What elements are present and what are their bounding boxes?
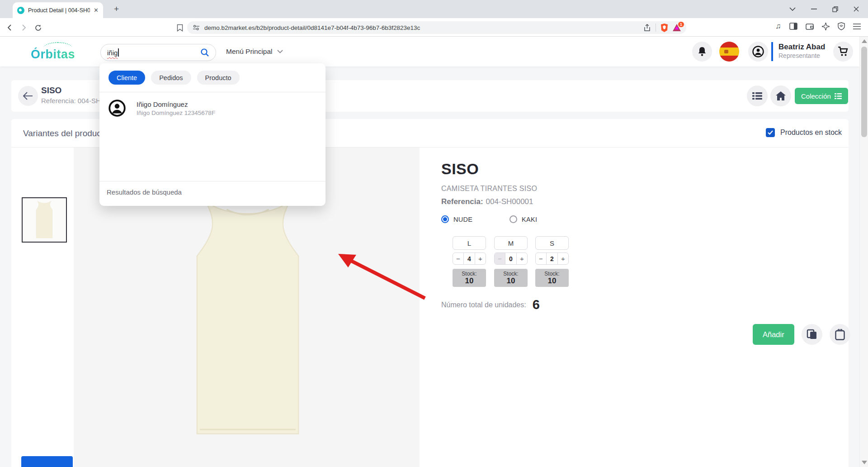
plus-button[interactable]: + <box>516 253 527 264</box>
stock-filter-label: Productos en stock <box>780 129 842 137</box>
total-units-value: 6 <box>533 297 540 312</box>
list-icon <box>752 92 762 100</box>
window-minimize-button[interactable] <box>811 9 817 10</box>
vpn-shield-icon[interactable] <box>838 22 845 30</box>
copy-icon <box>807 329 817 340</box>
minus-button[interactable]: − <box>536 253 547 264</box>
notifications-button[interactable] <box>692 42 712 62</box>
plus-button[interactable]: + <box>557 253 568 264</box>
add-button[interactable]: Añadir <box>753 324 794 345</box>
scrollbar-thumb[interactable] <box>861 47 867 137</box>
duplicate-button[interactable] <box>802 324 822 345</box>
url-text: demo.b2market.es/b2b/product-detail/0d81… <box>204 24 639 31</box>
browser-toolbar: demo.b2market.es/b2b/product-detail/0d81… <box>0 18 868 37</box>
quantity-stepper[interactable]: − 2 + <box>535 253 569 265</box>
home-button[interactable] <box>770 86 791 106</box>
media-icon[interactable]: ♫ <box>775 22 781 31</box>
tab-title: Product Detail | 004-SH00001 <box>28 7 90 14</box>
size-column-s: S − 2 + Stock: 10 <box>535 236 569 287</box>
result-title: Iñigo Domínguez <box>137 100 215 108</box>
search-result-item[interactable]: Iñigo Domínguez Iñigo Domínguez 12345678… <box>108 97 316 119</box>
forward-nav-icon[interactable] <box>18 22 29 33</box>
quantity-value: 0 <box>505 253 516 264</box>
product-thumbnail[interactable] <box>22 197 67 243</box>
search-input[interactable]: iñig <box>100 44 216 61</box>
scrollbar-down-arrow[interactable] <box>862 461 867 464</box>
orbitas-logo[interactable]: Órbitas <box>31 43 85 62</box>
dropdown-footer: Resultados de búsqueda <box>107 188 182 196</box>
tab-favicon-icon <box>17 7 24 14</box>
total-units: Número total de unidades: 6 <box>441 297 540 312</box>
page-scrollbar[interactable] <box>859 37 868 467</box>
color-option-kaki[interactable]: KAKI <box>509 215 537 223</box>
radio-selected-icon[interactable] <box>441 215 449 223</box>
cart-button[interactable] <box>833 42 853 62</box>
browser-tab[interactable]: Product Detail | 004-SH00001 ✕ <box>13 2 103 18</box>
back-button[interactable] <box>18 86 38 106</box>
color-option-nude[interactable]: NUDE <box>441 215 472 223</box>
brave-shield-icon[interactable] <box>660 24 668 32</box>
scrollbar-up-arrow[interactable] <box>862 39 867 43</box>
person-icon <box>752 46 764 57</box>
main-menu-dropdown[interactable]: Menú Principal <box>226 48 283 56</box>
text-caret <box>118 48 119 57</box>
chevron-down-icon <box>277 50 283 53</box>
dropdown-tab-producto[interactable]: Producto <box>197 71 240 85</box>
arrow-left-icon <box>23 92 33 100</box>
person-avatar-icon <box>108 100 126 117</box>
search-results-dropdown: Cliente Pedidos Producto Iñigo Domínguez… <box>99 63 326 206</box>
clipboard-button[interactable] <box>830 324 850 345</box>
clipboard-icon <box>835 329 845 340</box>
collection-list-icon <box>835 93 842 99</box>
quantity-stepper[interactable]: − 0 + <box>494 253 528 265</box>
quantity-value: 4 <box>464 253 475 264</box>
window-close-button[interactable] <box>854 6 859 12</box>
product-description: CAMISETA TIRANTES SISO <box>441 185 537 193</box>
url-bar[interactable]: demo.b2market.es/b2b/product-detail/0d81… <box>187 21 686 34</box>
stock-filter[interactable]: Productos en stock <box>766 128 842 137</box>
leo-ai-icon[interactable] <box>822 23 830 30</box>
page-title: SISO <box>41 86 61 95</box>
brave-rewards-icon[interactable]: 1 <box>673 24 681 31</box>
bell-icon <box>698 47 707 57</box>
plus-button[interactable]: + <box>475 253 486 264</box>
site-settings-icon[interactable] <box>193 24 200 31</box>
list-view-button[interactable] <box>747 86 768 106</box>
bookmark-icon[interactable] <box>175 22 185 33</box>
dropdown-tab-pedidos[interactable]: Pedidos <box>151 71 191 85</box>
page-content: Órbitas iñig Menú Principal Beatriz Abad… <box>0 37 868 467</box>
search-icon[interactable] <box>200 48 209 57</box>
stock-checkbox[interactable] <box>766 128 775 137</box>
result-subtitle: Iñigo Domínguez 12345678F <box>137 110 215 116</box>
minus-button[interactable]: − <box>453 253 464 264</box>
new-tab-button[interactable]: + <box>114 5 119 14</box>
size-label: M <box>494 236 528 250</box>
stock-indicator: Stock: 10 <box>494 269 528 287</box>
back-nav-icon[interactable] <box>5 22 15 33</box>
home-icon <box>776 91 786 100</box>
account-button[interactable] <box>748 42 768 62</box>
flag-emblem <box>724 50 728 53</box>
browser-menu-icon[interactable] <box>853 24 861 29</box>
stock-indicator: Stock: 10 <box>535 269 569 287</box>
window-restore-button[interactable] <box>832 6 838 12</box>
collection-button[interactable]: Colección <box>795 88 848 104</box>
product-details: SISO CAMISETA TIRANTES SISO Referencia:0… <box>441 148 849 467</box>
tab-search-icon[interactable] <box>789 7 796 11</box>
tab-close-icon[interactable]: ✕ <box>94 7 99 14</box>
radio-unselected-icon[interactable] <box>509 215 517 223</box>
partially-visible-blue-element <box>21 456 73 467</box>
wallet-icon[interactable] <box>806 23 814 30</box>
reload-icon[interactable] <box>33 22 43 33</box>
divider <box>99 92 326 92</box>
product-image[interactable] <box>175 200 320 439</box>
user-name[interactable]: Beatriz Abad <box>778 43 825 52</box>
language-flag-button[interactable] <box>719 42 739 62</box>
sidebar-icon[interactable] <box>789 23 797 30</box>
minus-button[interactable]: − <box>495 253 505 264</box>
quantity-stepper[interactable]: − 4 + <box>453 253 486 265</box>
dropdown-tab-cliente[interactable]: Cliente <box>108 71 145 85</box>
quantity-value: 2 <box>547 253 557 264</box>
size-column-l: L − 4 + Stock: 10 <box>453 236 486 287</box>
share-icon[interactable] <box>643 24 651 32</box>
